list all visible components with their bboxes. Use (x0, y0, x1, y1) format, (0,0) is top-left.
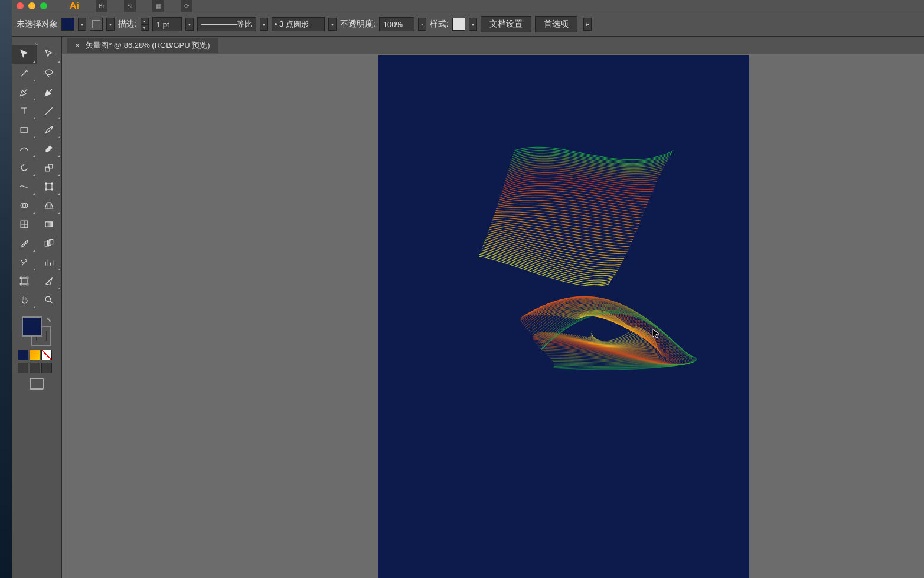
perspective-tool[interactable] (37, 196, 61, 215)
window-maximize-button[interactable] (40, 2, 47, 9)
svg-point-17 (45, 296, 50, 301)
svg-rect-1 (21, 128, 28, 132)
desktop-background (0, 0, 12, 578)
draw-normal-mode[interactable] (18, 363, 28, 373)
opacity-input[interactable] (379, 17, 414, 31)
stroke-weight-stepper[interactable]: ▴▾ (141, 18, 149, 31)
svg-point-0 (45, 70, 53, 74)
fill-color-box[interactable] (22, 316, 42, 337)
brush-label: 3 点圆形 (279, 19, 309, 30)
app-logo: Ai (70, 1, 79, 11)
free-transform-tool[interactable] (37, 177, 61, 196)
titlebar: Ai Br St ▦ ⟳ (12, 0, 924, 12)
illustrator-window: Ai Br St ▦ ⟳ 未选择对象 ▾ ▾ 描边: ▴▾ ▾ 等比 ▾ 3 点… (12, 0, 924, 578)
opacity-label: 不透明度: (340, 19, 376, 30)
stroke-dropdown[interactable]: ▾ (106, 18, 115, 31)
curvature-tool[interactable] (37, 83, 61, 102)
selection-tool[interactable] (12, 45, 37, 64)
gradient-tool[interactable] (37, 215, 61, 234)
control-bar: 未选择对象 ▾ ▾ 描边: ▴▾ ▾ 等比 ▾ 3 点圆形 ▾ 不透明度: › … (12, 12, 924, 37)
canvas[interactable] (62, 54, 924, 578)
zoom-tool[interactable] (37, 290, 61, 309)
shaper-tool[interactable] (12, 139, 37, 158)
preferences-button[interactable]: 首选项 (535, 16, 577, 32)
fill-stroke-indicator[interactable]: ⤡ (22, 316, 51, 346)
column-graph-tool[interactable] (37, 253, 61, 272)
screen-mode-button[interactable] (30, 378, 44, 390)
blend-tool[interactable] (37, 234, 61, 253)
eraser-tool[interactable] (37, 139, 61, 158)
svg-point-8 (51, 189, 53, 191)
mesh-tool[interactable] (12, 215, 37, 234)
color-mode-solid[interactable] (18, 350, 28, 360)
symbol-sprayer-tool[interactable] (12, 253, 37, 272)
svg-rect-4 (46, 184, 52, 190)
hand-tool[interactable] (12, 290, 37, 309)
svg-rect-12 (45, 222, 53, 227)
draw-behind-mode[interactable] (30, 363, 40, 373)
lasso-tool[interactable] (37, 64, 61, 83)
color-mode-gradient[interactable] (30, 350, 40, 360)
line-tool[interactable] (37, 102, 61, 120)
pen-tool[interactable] (12, 83, 37, 102)
stroke-weight-dropdown[interactable]: ▾ (185, 18, 194, 31)
document-tab-strip: × 矢量图* @ 86.28% (RGB/GPU 预览) (62, 37, 924, 54)
stroke-profile[interactable]: 等比 (197, 17, 256, 31)
svg-rect-3 (48, 164, 53, 168)
style-dropdown[interactable]: ▾ (469, 18, 477, 31)
selection-status: 未选择对象 (17, 19, 58, 30)
swap-fill-stroke-icon[interactable]: ⤡ (47, 316, 51, 323)
stroke-label: 描边: (118, 19, 137, 30)
sync-icon[interactable]: ⟳ (181, 0, 192, 12)
profile-dropdown[interactable]: ▾ (260, 18, 268, 31)
slice-tool[interactable] (37, 272, 61, 290)
direct-selection-tool[interactable] (37, 45, 61, 64)
brush-dropdown[interactable]: ▾ (328, 18, 337, 31)
stroke-swatch[interactable] (90, 18, 103, 31)
brush-preview-icon (275, 23, 277, 25)
brush-definition[interactable]: 3 点圆形 (272, 17, 325, 31)
shape-builder-tool[interactable] (12, 196, 37, 215)
magic-wand-tool[interactable] (12, 64, 37, 83)
svg-point-5 (45, 183, 47, 185)
opacity-dropdown[interactable]: › (418, 18, 426, 31)
stroke-weight-input[interactable] (152, 17, 182, 31)
fill-swatch[interactable] (61, 18, 74, 31)
document-area: × 矢量图* @ 86.28% (RGB/GPU 预览) (62, 37, 924, 578)
window-minimize-button[interactable] (28, 2, 35, 9)
artboard (378, 55, 749, 578)
graphic-style-swatch[interactable] (452, 18, 465, 31)
type-tool[interactable] (12, 102, 37, 120)
svg-point-6 (51, 183, 53, 185)
tools-panel: ⤡ (12, 37, 62, 578)
workspace: ⤡ × 矢量图* @ 86.28% (RGB/GPU (12, 37, 924, 578)
tab-close-icon[interactable]: × (75, 41, 80, 50)
color-mode-none[interactable] (41, 350, 52, 360)
svg-rect-2 (45, 167, 50, 171)
eyedropper-tool[interactable] (12, 234, 37, 253)
align-flyout[interactable]: ⫞▾ (583, 18, 592, 31)
tab-title: 矢量图* @ 86.28% (RGB/GPU 预览) (86, 40, 210, 51)
color-controls: ⤡ (12, 309, 61, 394)
style-label: 样式: (430, 19, 449, 30)
rectangle-tool[interactable] (12, 120, 37, 139)
tools-collapse-handle[interactable] (12, 40, 61, 45)
stock-icon[interactable]: St (124, 0, 136, 12)
draw-inside-mode[interactable] (41, 363, 52, 373)
blend-artwork (443, 138, 703, 380)
svg-point-7 (45, 189, 47, 191)
rotate-tool[interactable] (12, 158, 37, 177)
scale-tool[interactable] (37, 158, 61, 177)
svg-rect-16 (21, 278, 27, 284)
fill-dropdown[interactable]: ▾ (78, 18, 86, 31)
paintbrush-tool[interactable] (37, 120, 61, 139)
arrange-icon[interactable]: ▦ (152, 0, 164, 12)
artboard-tool[interactable] (12, 272, 37, 290)
profile-line-icon (201, 24, 237, 25)
document-setup-button[interactable]: 文档设置 (481, 16, 531, 32)
document-tab[interactable]: × 矢量图* @ 86.28% (RGB/GPU 预览) (67, 38, 218, 53)
width-tool[interactable] (12, 177, 37, 196)
profile-label: 等比 (237, 19, 252, 30)
window-close-button[interactable] (17, 2, 24, 9)
bridge-icon[interactable]: Br (96, 0, 107, 12)
